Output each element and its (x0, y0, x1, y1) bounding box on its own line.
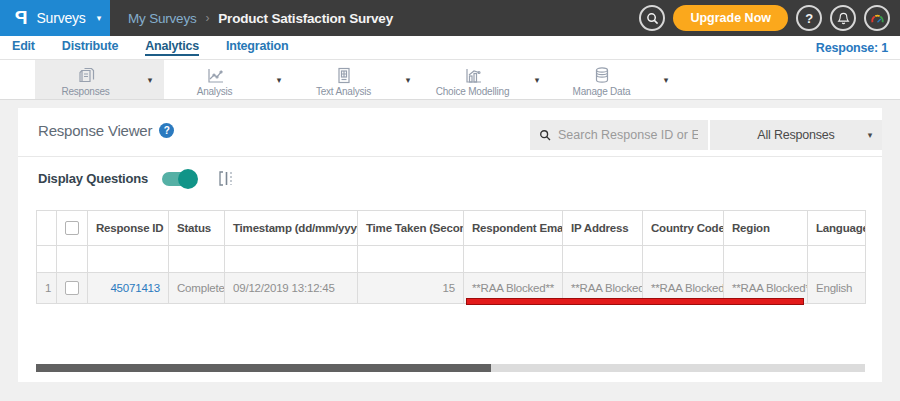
filter-cell[interactable] (169, 246, 225, 273)
toggle-knob (178, 169, 198, 189)
responses-icon (75, 66, 97, 85)
help-icon[interactable]: ? (796, 5, 822, 31)
nav-analytics[interactable]: Analytics (145, 39, 199, 56)
col-timestamp[interactable]: Timestamp (dd/mm/yyyy)↕ (225, 211, 358, 246)
col-time-taken[interactable]: Time Taken (Seconds)↕ (358, 211, 464, 246)
display-questions-row: Display Questions (38, 170, 236, 187)
response-id-cell: 45071413 (88, 273, 169, 304)
col-respondent-email[interactable]: Respondent Email (464, 211, 563, 246)
responses-filter-value: All Responses (757, 128, 834, 142)
filter-row (37, 246, 866, 273)
col-response-id[interactable]: Response ID▼ (88, 211, 169, 246)
response-search (530, 120, 708, 150)
col-response-id-label: Response ID (96, 222, 163, 234)
display-questions-label: Display Questions (38, 171, 148, 186)
top-bar: P Surveys ▾ My Surveys › Product Satisfa… (0, 0, 900, 36)
status-cell: Completed (169, 273, 225, 304)
display-questions-toggle[interactable] (162, 172, 196, 186)
search-input[interactable] (558, 128, 698, 142)
search-icon (539, 129, 551, 141)
col-language[interactable]: Language (808, 211, 866, 246)
filter-cell[interactable] (88, 246, 169, 273)
freeze-columns-icon[interactable] (218, 170, 236, 187)
col-time-taken-label: Time Taken (Seconds) (366, 222, 464, 234)
questionpro-logo-icon: P (15, 7, 27, 29)
response-id-link[interactable]: 45071413 (110, 282, 160, 294)
filter-cell (57, 246, 88, 273)
text-analysis-icon (333, 66, 355, 85)
row-checkbox[interactable] (65, 281, 79, 295)
time-taken-cell: 15 (358, 273, 464, 304)
analysis-icon (204, 66, 226, 85)
app-menu-label: Surveys (36, 10, 85, 26)
toolbar-manage-data[interactable]: Manage Data (551, 60, 652, 99)
breadcrumb-current-survey: Product Satisfaction Survey (218, 11, 393, 26)
toolbar-choice-modelling[interactable]: Choice Modelling (422, 60, 523, 99)
filter-cell[interactable] (464, 246, 563, 273)
search-icon[interactable] (639, 5, 665, 31)
toolbar-group-text-analysis: Text Analysis ▾ (293, 60, 422, 99)
nav-edit[interactable]: Edit (12, 39, 35, 56)
title-help-icon[interactable]: ? (159, 123, 174, 138)
chevron-down-icon: ▾ (97, 13, 101, 23)
horizontal-scrollbar-thumb[interactable] (36, 364, 491, 372)
toolbar-text-analysis-label: Text Analysis (316, 86, 371, 97)
panel-header: Response Viewer ? All Responses ▾ (18, 108, 882, 157)
breadcrumb: My Surveys › Product Satisfaction Survey (128, 0, 393, 36)
avatar-gauge-icon[interactable] (864, 5, 890, 31)
toolbar-responses[interactable]: Responses (35, 60, 136, 99)
filter-cell[interactable] (358, 246, 464, 273)
analytics-toolbar: Responses ▾ Analysis ▾ Text Analysis ▾ C… (0, 60, 900, 100)
filter-cell[interactable] (225, 246, 358, 273)
col-country-code[interactable]: Country Code (643, 211, 724, 246)
nav-integration[interactable]: Integration (226, 39, 288, 56)
header-row: Response ID▼ Status Timestamp (dd/mm/yyy… (37, 211, 866, 246)
toolbar-analysis-caret[interactable]: ▾ (265, 60, 293, 99)
timestamp-cell: 09/12/2019 13:12:45 (225, 273, 358, 304)
toolbar-choice-modelling-label: Choice Modelling (436, 86, 510, 97)
toolbar-analysis-label: Analysis (197, 86, 233, 97)
toolbar-responses-caret[interactable]: ▾ (136, 60, 164, 99)
response-viewer-panel: Response Viewer ? All Responses ▾ Displa… (18, 108, 882, 382)
chevron-down-icon: ▾ (868, 130, 872, 140)
manage-data-icon (591, 66, 613, 85)
col-rownum (37, 211, 57, 246)
horizontal-scrollbar[interactable] (36, 364, 865, 372)
toolbar-group-manage-data: Manage Data ▾ (551, 60, 680, 99)
nav-distribute[interactable]: Distribute (62, 39, 118, 56)
filter-cell[interactable] (643, 246, 724, 273)
app-menu[interactable]: P Surveys ▾ (0, 0, 110, 36)
filter-cell (37, 246, 57, 273)
row-select-cell (57, 273, 88, 304)
toolbar-manage-data-label: Manage Data (573, 86, 631, 97)
survey-nav: Edit Distribute Analytics Integration Re… (0, 36, 900, 60)
toolbar-group-choice-modelling: Choice Modelling ▾ (422, 60, 551, 99)
bell-icon[interactable] (830, 5, 856, 31)
toolbar-manage-data-caret[interactable]: ▾ (652, 60, 680, 99)
language-cell: English (808, 273, 866, 304)
toolbar-responses-label: Responses (61, 86, 109, 97)
toolbar-analysis[interactable]: Analysis (164, 60, 265, 99)
toolbar-text-analysis-caret[interactable]: ▾ (394, 60, 422, 99)
filter-cell[interactable] (563, 246, 643, 273)
page-title: Response Viewer ? (38, 122, 174, 139)
toolbar-text-analysis[interactable]: Text Analysis (293, 60, 394, 99)
col-select (57, 211, 88, 246)
page-title-text: Response Viewer (38, 122, 152, 139)
nav-links: Edit Distribute Analytics Integration (12, 39, 288, 56)
toolbar-group-analysis: Analysis ▾ (164, 60, 293, 99)
filter-cell[interactable] (808, 246, 866, 273)
choice-modelling-icon (462, 66, 484, 85)
toolbar-choice-modelling-caret[interactable]: ▾ (523, 60, 551, 99)
col-region[interactable]: Region (724, 211, 808, 246)
topbar-actions: Upgrade Now ? (639, 5, 890, 31)
breadcrumb-my-surveys[interactable]: My Surveys (128, 11, 197, 26)
col-status[interactable]: Status (169, 211, 225, 246)
filter-cell[interactable] (724, 246, 808, 273)
row-number: 1 (37, 273, 57, 304)
responses-filter-dropdown[interactable]: All Responses ▾ (710, 120, 882, 150)
select-all-checkbox[interactable] (65, 221, 79, 235)
upgrade-now-button[interactable]: Upgrade Now (673, 5, 788, 31)
toolbar-group-responses: Responses ▾ (35, 60, 164, 99)
col-ip-address[interactable]: IP Address (563, 211, 643, 246)
